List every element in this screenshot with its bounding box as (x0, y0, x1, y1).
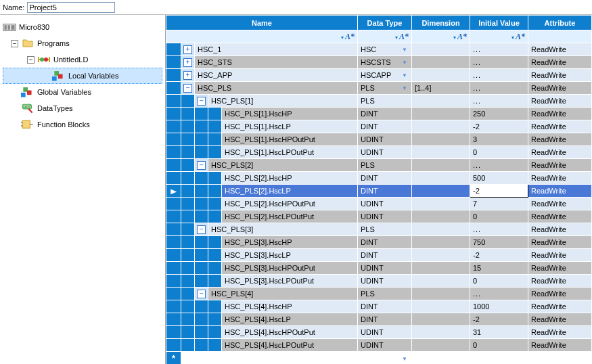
cell-name[interactable]: HSC_PLS (195, 82, 358, 95)
dropdown-icon[interactable]: ▼ (402, 85, 409, 91)
cell-attribute[interactable]: ReadWrite (528, 236, 592, 249)
header-type[interactable]: Data Type (358, 16, 412, 30)
row-gutter[interactable] (166, 339, 181, 352)
cell-attribute[interactable]: ReadWrite (528, 198, 592, 210)
cell-type[interactable]: PLS (358, 95, 412, 108)
expand-toggle[interactable]: − (11, 40, 18, 47)
row-gutter[interactable] (166, 262, 181, 275)
cell-initial-value[interactable]: 750 (470, 236, 528, 249)
cell-dimension[interactable] (412, 133, 470, 146)
cell-attribute[interactable]: ReadWrite (528, 43, 592, 56)
row-gutter[interactable] (166, 249, 181, 262)
cell-type[interactable]: DINT (358, 249, 412, 262)
cell-dimension[interactable] (412, 249, 470, 262)
header-init[interactable]: Initial Value (470, 16, 528, 30)
cell-dimension[interactable] (412, 56, 470, 69)
expand-toggle[interactable]: + (181, 69, 195, 82)
cell-dimension[interactable] (412, 262, 470, 275)
row-gutter[interactable] (166, 69, 181, 82)
cell-dimension[interactable] (412, 210, 470, 223)
cell-name[interactable]: HSC_PLS[3] (208, 223, 358, 236)
cell-name[interactable]: HSC_PLS[3].HscLP (222, 249, 358, 262)
cell-dimension[interactable] (412, 120, 470, 133)
cell-attribute[interactable]: ReadWrite (528, 262, 592, 275)
table-row[interactable]: +HSC_STSHSCSTS▼...ReadWrite (166, 56, 592, 69)
filter-dim[interactable]: ▾A* (412, 30, 470, 43)
cell-name[interactable]: HSC_PLS[4].HscLPOutPut (222, 339, 358, 352)
expand-toggle[interactable]: − (195, 159, 208, 172)
table-row[interactable]: HSC_PLS[4].HscHPDINT1000ReadWrite (166, 300, 592, 313)
table-row[interactable]: −HSC_PLS[4]PLS...ReadWrite (166, 288, 592, 300)
cell-initial-value[interactable]: ... (470, 159, 528, 172)
expand-toggle[interactable]: − (181, 82, 195, 95)
cell-type[interactable]: DINT (358, 236, 412, 249)
cell-initial-value[interactable]: -2 (470, 313, 528, 326)
cell-dimension[interactable] (412, 339, 470, 352)
cell-dimension[interactable] (412, 95, 470, 108)
cell-type[interactable]: UDINT (358, 133, 412, 146)
new-row-init[interactable] (470, 352, 528, 365)
table-row[interactable]: HSC_PLS[2].HscLPOutPutUDINT0ReadWrite (166, 210, 592, 223)
row-gutter[interactable]: ▶ (166, 185, 181, 198)
cell-initial-value[interactable]: ... (470, 43, 528, 56)
cell-initial-value[interactable]: 500 (470, 172, 528, 185)
row-gutter[interactable] (166, 172, 181, 185)
cell-attribute[interactable]: ReadWrite (528, 108, 592, 120)
cell-name[interactable]: HSC_PLS[3].HscHP (222, 236, 358, 249)
cell-name[interactable]: HSC_PLS[2].HscLP (222, 185, 358, 198)
cell-attribute[interactable]: ReadWrite (528, 300, 592, 313)
cell-type[interactable]: PLS (358, 223, 412, 236)
cell-dimension[interactable]: [1..4] (412, 82, 470, 95)
table-row[interactable]: −HSC_PLSPLS▼[1..4]...ReadWrite (166, 82, 592, 95)
table-row[interactable]: HSC_PLS[2].HscHPOutPutUDINT7ReadWrite (166, 198, 592, 210)
cell-initial-value[interactable]: 1000 (470, 300, 528, 313)
cell-name[interactable]: HSC_PLS[3].HscLPOutPut (222, 275, 358, 288)
row-gutter[interactable] (166, 288, 181, 300)
table-row[interactable]: +HSC_1HSC▼...ReadWrite (166, 43, 592, 56)
row-gutter[interactable] (166, 326, 181, 339)
cell-dimension[interactable] (412, 146, 470, 159)
row-gutter[interactable] (166, 133, 181, 146)
cell-type[interactable]: HSCSTS▼ (358, 56, 412, 69)
table-row[interactable]: HSC_PLS[1].HscHPOutPutUDINT3ReadWrite (166, 133, 592, 146)
tree-local-variables[interactable]: Local Variables (3, 68, 162, 84)
cell-attribute[interactable]: ReadWrite (528, 313, 592, 326)
tree-programs[interactable]: − Programs (3, 35, 162, 51)
tree-ld-program[interactable]: − UntitledLD (3, 51, 162, 68)
dropdown-icon[interactable]: ▼ (402, 60, 409, 66)
cell-initial-value[interactable]: 0 (470, 339, 528, 352)
new-row[interactable]: *▼ (166, 352, 592, 365)
cell-attribute[interactable]: ReadWrite (528, 275, 592, 288)
cell-initial-value[interactable]: ... (470, 95, 528, 108)
cell-type[interactable]: UDINT (358, 210, 412, 223)
row-gutter[interactable] (166, 108, 181, 120)
cell-name[interactable]: HSC_PLS[1].HscHP (222, 108, 358, 120)
table-row[interactable]: HSC_PLS[3].HscHPDINT750ReadWrite (166, 236, 592, 249)
cell-name[interactable]: HSC_PLS[4] (208, 288, 358, 300)
cell-initial-value[interactable]: ... (470, 288, 528, 300)
cell-dimension[interactable] (412, 326, 470, 339)
header-name[interactable]: Name (166, 16, 358, 30)
cell-initial-value[interactable]: -2 (470, 185, 528, 198)
cell-type[interactable]: UDINT (358, 198, 412, 210)
new-row-attr[interactable] (528, 352, 592, 365)
new-row-type[interactable]: ▼ (358, 352, 412, 365)
cell-type[interactable]: HSC▼ (358, 43, 412, 56)
table-row[interactable]: HSC_PLS[4].HscHPOutPutUDINT31ReadWrite (166, 326, 592, 339)
cell-name[interactable]: HSC_PLS[1] (208, 95, 358, 108)
cell-initial-value[interactable]: 3 (470, 133, 528, 146)
cell-initial-value[interactable]: 0 (470, 275, 528, 288)
row-gutter[interactable] (166, 43, 181, 56)
row-gutter[interactable] (166, 313, 181, 326)
cell-dimension[interactable] (412, 223, 470, 236)
cell-type[interactable]: UDINT (358, 262, 412, 275)
cell-initial-value[interactable]: 15 (470, 262, 528, 275)
cell-dimension[interactable] (412, 69, 470, 82)
cell-dimension[interactable] (412, 198, 470, 210)
cell-name[interactable]: HSC_APP (195, 69, 358, 82)
expand-toggle[interactable]: + (181, 43, 195, 56)
grid-filter-row[interactable]: ▾A* ▾A* ▾A* ▾A* (166, 30, 592, 43)
cell-name[interactable]: HSC_PLS[2].HscHPOutPut (222, 198, 358, 210)
cell-name[interactable]: HSC_PLS[4].HscHPOutPut (222, 326, 358, 339)
cell-attribute[interactable]: ReadWrite (528, 133, 592, 146)
